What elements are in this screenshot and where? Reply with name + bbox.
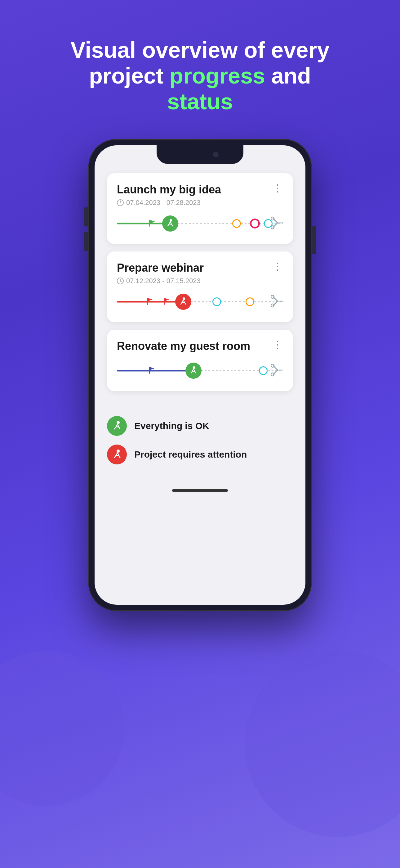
track-empty-3 xyxy=(194,370,283,371)
flag-svg-1-2 xyxy=(144,296,156,307)
scissors-svg-1 xyxy=(271,216,284,230)
scissors-svg-3 xyxy=(271,363,284,377)
phone-mockup: Launch my big idea ⋮ 07.04.2023 - 07.28.… xyxy=(88,139,312,611)
svg-marker-19 xyxy=(150,367,155,370)
svg-point-26 xyxy=(116,421,120,424)
card-date-1: 07.04.2023 - 07.28.2023 xyxy=(117,199,283,207)
progress-track-1 xyxy=(117,214,283,233)
runner-svg-3 xyxy=(189,366,198,376)
svg-point-2 xyxy=(170,219,172,222)
svg-point-27 xyxy=(116,450,120,453)
phone-frame: Launch my big idea ⋮ 07.04.2023 - 07.28.… xyxy=(88,139,312,611)
project-title-3: Renovate my guest room xyxy=(117,340,250,353)
svg-marker-9 xyxy=(148,298,153,301)
flag-svg-2-2 xyxy=(161,296,172,307)
clock-icon-1 xyxy=(117,199,124,206)
project-title-2: Prepare webinar xyxy=(117,261,204,274)
flag-1-2 xyxy=(144,296,156,308)
flag-svg-3 xyxy=(146,365,158,376)
runner-icon-3 xyxy=(186,363,202,379)
volume-buttons xyxy=(84,207,88,251)
volume-down-button xyxy=(84,232,88,251)
card-date-2: 07.12.2023 - 07.15.2023 xyxy=(117,277,283,285)
legend-ok-icon xyxy=(107,416,127,436)
svg-rect-18 xyxy=(149,367,150,374)
svg-point-20 xyxy=(193,366,195,369)
svg-rect-0 xyxy=(149,220,150,227)
svg-point-12 xyxy=(182,298,185,300)
card-menu-1[interactable]: ⋮ xyxy=(272,183,283,193)
runner-svg-1 xyxy=(165,219,175,228)
runner-icon-1 xyxy=(162,215,178,231)
hero-title: Visual overview of every project progres… xyxy=(45,37,354,114)
finish-icon-1 xyxy=(271,216,284,231)
flag-start-1 xyxy=(146,217,158,230)
node-orange-2 xyxy=(245,298,254,306)
front-camera xyxy=(213,152,219,157)
project-title-1: Launch my big idea xyxy=(117,183,221,196)
legend-item-ok: Everything is OK xyxy=(107,416,293,436)
flag-2-2 xyxy=(161,296,172,308)
svg-rect-10 xyxy=(164,298,165,305)
volume-up-button xyxy=(84,207,88,226)
runner-svg-2 xyxy=(178,297,188,307)
node-orange-1 xyxy=(232,219,241,228)
card-header-1: Launch my big idea ⋮ xyxy=(117,183,283,196)
svg-marker-1 xyxy=(150,220,155,223)
scissors-svg-2 xyxy=(271,294,284,308)
node-teal-2 xyxy=(212,298,221,306)
clock-icon-2 xyxy=(117,278,124,284)
finish-icon-3 xyxy=(271,363,284,378)
project-card-1: Launch my big idea ⋮ 07.04.2023 - 07.28.… xyxy=(107,173,293,244)
legend-ok-text: Everything is OK xyxy=(134,421,209,431)
progress-track-2 xyxy=(117,292,283,311)
phone-content: Launch my big idea ⋮ 07.04.2023 - 07.28.… xyxy=(95,164,305,410)
svg-marker-11 xyxy=(165,298,169,301)
legend-item-attention: Project requires attention xyxy=(107,444,293,464)
notch xyxy=(157,145,243,164)
flag-icon-1 xyxy=(146,217,158,228)
flag-start-3 xyxy=(146,365,158,377)
power-button xyxy=(312,226,316,254)
node-pink-1 xyxy=(250,219,260,228)
legend-section: Everything is OK Project requires attent… xyxy=(95,410,305,483)
card-header-2: Prepare webinar ⋮ xyxy=(117,261,283,274)
project-card-2: Prepare webinar ⋮ 07.12.2023 - 07.15.202… xyxy=(107,251,293,322)
project-card-3: Renovate my guest room ⋮ xyxy=(107,330,293,391)
card-menu-3[interactable]: ⋮ xyxy=(272,340,283,349)
card-header-3: Renovate my guest room ⋮ xyxy=(117,340,283,359)
phone-screen: Launch my big idea ⋮ 07.04.2023 - 07.28.… xyxy=(95,145,305,605)
legend-attention-text: Project requires attention xyxy=(134,449,247,460)
legend-attention-icon xyxy=(107,444,127,464)
node-teal-3 xyxy=(259,366,268,375)
home-indicator xyxy=(172,489,228,492)
progress-track-3 xyxy=(117,361,283,380)
finish-icon-2 xyxy=(271,294,284,309)
runner-icon-2 xyxy=(175,294,191,310)
svg-rect-8 xyxy=(147,298,148,305)
track-empty-2 xyxy=(183,301,283,302)
legend-ok-runner-svg xyxy=(111,420,123,432)
legend-attention-runner-svg xyxy=(111,449,123,460)
card-menu-2[interactable]: ⋮ xyxy=(272,261,283,271)
